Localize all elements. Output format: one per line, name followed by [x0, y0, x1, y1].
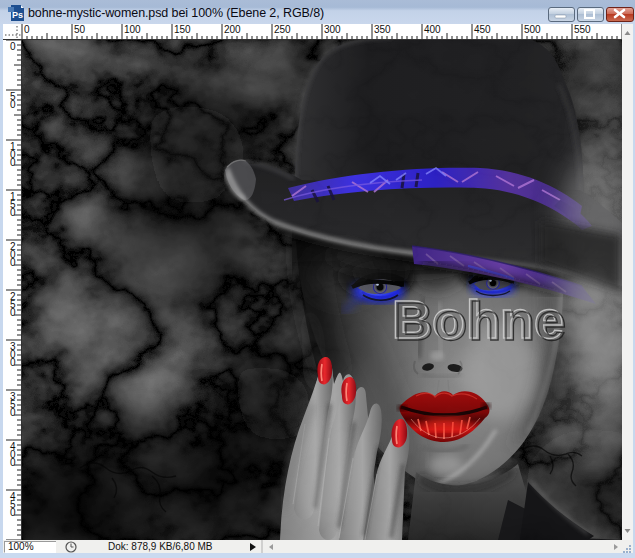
- svg-text:0: 0: [10, 41, 16, 52]
- svg-text:Ps: Ps: [12, 10, 23, 20]
- svg-text:0: 0: [10, 407, 16, 418]
- svg-text:Bohne: Bohne: [393, 290, 566, 350]
- svg-text:350: 350: [374, 24, 391, 35]
- svg-text:0: 0: [10, 99, 16, 110]
- svg-text:250: 250: [274, 24, 291, 35]
- svg-text:550: 550: [574, 24, 591, 35]
- svg-text:400: 400: [424, 24, 441, 35]
- svg-text:0: 0: [10, 207, 16, 218]
- svg-text:500: 500: [524, 24, 541, 35]
- svg-text:0: 0: [24, 24, 30, 35]
- svg-text:0: 0: [10, 457, 16, 468]
- svg-text:0: 0: [10, 507, 16, 518]
- svg-text:150: 150: [174, 24, 191, 35]
- svg-text:0: 0: [10, 307, 16, 318]
- svg-text:0: 0: [10, 357, 16, 368]
- svg-text:450: 450: [474, 24, 491, 35]
- svg-text:300: 300: [324, 24, 341, 35]
- svg-text:200: 200: [224, 24, 241, 35]
- svg-text:100: 100: [124, 24, 141, 35]
- svg-text:0: 0: [10, 257, 16, 268]
- svg-text:0: 0: [10, 157, 16, 168]
- svg-text:50: 50: [74, 24, 86, 35]
